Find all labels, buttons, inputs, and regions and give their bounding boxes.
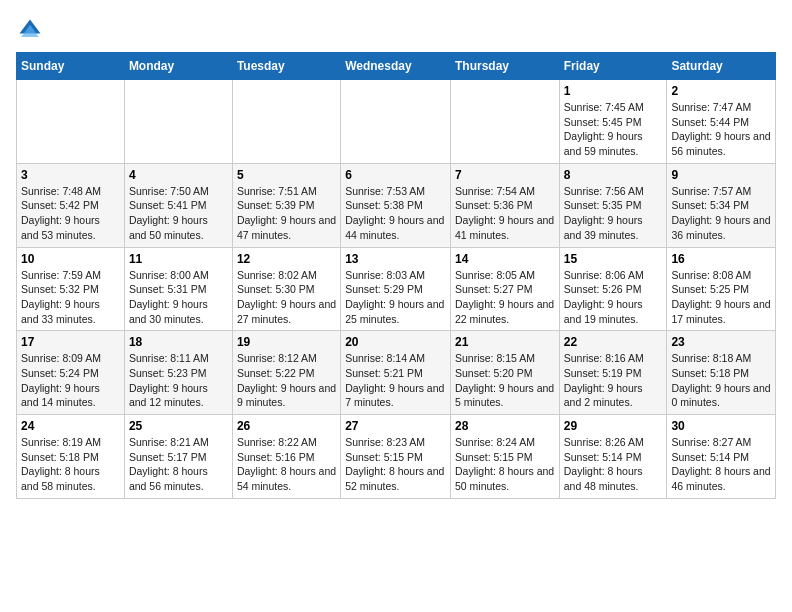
weekday-header-wednesday: Wednesday — [341, 53, 451, 80]
calendar-table: SundayMondayTuesdayWednesdayThursdayFrid… — [16, 52, 776, 499]
day-number: 18 — [129, 335, 228, 349]
calendar-week-row: 10 Sunrise: 7:59 AMSunset: 5:32 PMDaylig… — [17, 247, 776, 331]
calendar-cell: 9 Sunrise: 7:57 AMSunset: 5:34 PMDayligh… — [667, 163, 776, 247]
weekday-header-tuesday: Tuesday — [232, 53, 340, 80]
calendar-cell: 16 Sunrise: 8:08 AMSunset: 5:25 PMDaylig… — [667, 247, 776, 331]
day-number: 14 — [455, 252, 555, 266]
calendar-week-row: 17 Sunrise: 8:09 AMSunset: 5:24 PMDaylig… — [17, 331, 776, 415]
day-number: 17 — [21, 335, 120, 349]
day-info: Sunrise: 8:00 AMSunset: 5:31 PMDaylight:… — [129, 269, 209, 325]
day-number: 20 — [345, 335, 446, 349]
day-info: Sunrise: 8:05 AMSunset: 5:27 PMDaylight:… — [455, 269, 554, 325]
day-number: 29 — [564, 419, 663, 433]
day-number: 10 — [21, 252, 120, 266]
day-number: 23 — [671, 335, 771, 349]
calendar-cell: 14 Sunrise: 8:05 AMSunset: 5:27 PMDaylig… — [450, 247, 559, 331]
day-info: Sunrise: 8:08 AMSunset: 5:25 PMDaylight:… — [671, 269, 770, 325]
calendar-cell: 8 Sunrise: 7:56 AMSunset: 5:35 PMDayligh… — [559, 163, 667, 247]
calendar-week-row: 1 Sunrise: 7:45 AMSunset: 5:45 PMDayligh… — [17, 80, 776, 164]
day-number: 1 — [564, 84, 663, 98]
day-number: 7 — [455, 168, 555, 182]
calendar-cell — [124, 80, 232, 164]
calendar-cell: 10 Sunrise: 7:59 AMSunset: 5:32 PMDaylig… — [17, 247, 125, 331]
day-number: 13 — [345, 252, 446, 266]
day-number: 15 — [564, 252, 663, 266]
weekday-header-saturday: Saturday — [667, 53, 776, 80]
calendar-cell: 24 Sunrise: 8:19 AMSunset: 5:18 PMDaylig… — [17, 415, 125, 499]
calendar-week-row: 3 Sunrise: 7:48 AMSunset: 5:42 PMDayligh… — [17, 163, 776, 247]
day-number: 8 — [564, 168, 663, 182]
day-number: 9 — [671, 168, 771, 182]
calendar-cell: 22 Sunrise: 8:16 AMSunset: 5:19 PMDaylig… — [559, 331, 667, 415]
day-info: Sunrise: 7:47 AMSunset: 5:44 PMDaylight:… — [671, 101, 770, 157]
calendar-cell: 25 Sunrise: 8:21 AMSunset: 5:17 PMDaylig… — [124, 415, 232, 499]
calendar-cell: 6 Sunrise: 7:53 AMSunset: 5:38 PMDayligh… — [341, 163, 451, 247]
day-info: Sunrise: 8:22 AMSunset: 5:16 PMDaylight:… — [237, 436, 336, 492]
day-info: Sunrise: 8:16 AMSunset: 5:19 PMDaylight:… — [564, 352, 644, 408]
calendar-cell — [232, 80, 340, 164]
day-info: Sunrise: 8:11 AMSunset: 5:23 PMDaylight:… — [129, 352, 209, 408]
calendar-cell: 26 Sunrise: 8:22 AMSunset: 5:16 PMDaylig… — [232, 415, 340, 499]
calendar-cell: 13 Sunrise: 8:03 AMSunset: 5:29 PMDaylig… — [341, 247, 451, 331]
calendar-cell: 7 Sunrise: 7:54 AMSunset: 5:36 PMDayligh… — [450, 163, 559, 247]
calendar-cell: 3 Sunrise: 7:48 AMSunset: 5:42 PMDayligh… — [17, 163, 125, 247]
day-info: Sunrise: 8:02 AMSunset: 5:30 PMDaylight:… — [237, 269, 336, 325]
calendar-week-row: 24 Sunrise: 8:19 AMSunset: 5:18 PMDaylig… — [17, 415, 776, 499]
calendar-cell: 17 Sunrise: 8:09 AMSunset: 5:24 PMDaylig… — [17, 331, 125, 415]
day-number: 4 — [129, 168, 228, 182]
calendar-cell: 29 Sunrise: 8:26 AMSunset: 5:14 PMDaylig… — [559, 415, 667, 499]
page-header — [16, 16, 776, 44]
calendar-cell: 2 Sunrise: 7:47 AMSunset: 5:44 PMDayligh… — [667, 80, 776, 164]
calendar-cell: 23 Sunrise: 8:18 AMSunset: 5:18 PMDaylig… — [667, 331, 776, 415]
calendar-cell: 20 Sunrise: 8:14 AMSunset: 5:21 PMDaylig… — [341, 331, 451, 415]
day-info: Sunrise: 8:14 AMSunset: 5:21 PMDaylight:… — [345, 352, 444, 408]
day-number: 30 — [671, 419, 771, 433]
day-number: 5 — [237, 168, 336, 182]
day-info: Sunrise: 7:57 AMSunset: 5:34 PMDaylight:… — [671, 185, 770, 241]
day-info: Sunrise: 8:12 AMSunset: 5:22 PMDaylight:… — [237, 352, 336, 408]
calendar-cell — [17, 80, 125, 164]
calendar-cell: 19 Sunrise: 8:12 AMSunset: 5:22 PMDaylig… — [232, 331, 340, 415]
day-info: Sunrise: 7:54 AMSunset: 5:36 PMDaylight:… — [455, 185, 554, 241]
day-info: Sunrise: 8:18 AMSunset: 5:18 PMDaylight:… — [671, 352, 770, 408]
day-info: Sunrise: 8:26 AMSunset: 5:14 PMDaylight:… — [564, 436, 644, 492]
calendar-cell: 4 Sunrise: 7:50 AMSunset: 5:41 PMDayligh… — [124, 163, 232, 247]
day-number: 16 — [671, 252, 771, 266]
day-number: 25 — [129, 419, 228, 433]
weekday-header-thursday: Thursday — [450, 53, 559, 80]
calendar-cell: 15 Sunrise: 8:06 AMSunset: 5:26 PMDaylig… — [559, 247, 667, 331]
day-info: Sunrise: 8:24 AMSunset: 5:15 PMDaylight:… — [455, 436, 554, 492]
day-info: Sunrise: 8:21 AMSunset: 5:17 PMDaylight:… — [129, 436, 209, 492]
day-info: Sunrise: 8:09 AMSunset: 5:24 PMDaylight:… — [21, 352, 101, 408]
weekday-header-monday: Monday — [124, 53, 232, 80]
day-info: Sunrise: 7:50 AMSunset: 5:41 PMDaylight:… — [129, 185, 209, 241]
calendar-cell — [450, 80, 559, 164]
day-number: 2 — [671, 84, 771, 98]
calendar-cell: 28 Sunrise: 8:24 AMSunset: 5:15 PMDaylig… — [450, 415, 559, 499]
day-info: Sunrise: 7:56 AMSunset: 5:35 PMDaylight:… — [564, 185, 644, 241]
day-info: Sunrise: 8:23 AMSunset: 5:15 PMDaylight:… — [345, 436, 444, 492]
calendar-cell: 1 Sunrise: 7:45 AMSunset: 5:45 PMDayligh… — [559, 80, 667, 164]
calendar-cell: 27 Sunrise: 8:23 AMSunset: 5:15 PMDaylig… — [341, 415, 451, 499]
day-number: 3 — [21, 168, 120, 182]
day-info: Sunrise: 8:06 AMSunset: 5:26 PMDaylight:… — [564, 269, 644, 325]
day-info: Sunrise: 7:51 AMSunset: 5:39 PMDaylight:… — [237, 185, 336, 241]
calendar-cell: 30 Sunrise: 8:27 AMSunset: 5:14 PMDaylig… — [667, 415, 776, 499]
day-number: 19 — [237, 335, 336, 349]
day-info: Sunrise: 8:19 AMSunset: 5:18 PMDaylight:… — [21, 436, 101, 492]
day-number: 24 — [21, 419, 120, 433]
day-info: Sunrise: 7:45 AMSunset: 5:45 PMDaylight:… — [564, 101, 644, 157]
day-number: 27 — [345, 419, 446, 433]
day-number: 26 — [237, 419, 336, 433]
day-number: 28 — [455, 419, 555, 433]
day-info: Sunrise: 7:59 AMSunset: 5:32 PMDaylight:… — [21, 269, 101, 325]
day-number: 11 — [129, 252, 228, 266]
day-number: 21 — [455, 335, 555, 349]
day-number: 6 — [345, 168, 446, 182]
logo — [16, 16, 48, 44]
calendar-cell: 12 Sunrise: 8:02 AMSunset: 5:30 PMDaylig… — [232, 247, 340, 331]
day-info: Sunrise: 7:48 AMSunset: 5:42 PMDaylight:… — [21, 185, 101, 241]
calendar-cell: 11 Sunrise: 8:00 AMSunset: 5:31 PMDaylig… — [124, 247, 232, 331]
calendar-cell: 21 Sunrise: 8:15 AMSunset: 5:20 PMDaylig… — [450, 331, 559, 415]
day-info: Sunrise: 8:27 AMSunset: 5:14 PMDaylight:… — [671, 436, 770, 492]
